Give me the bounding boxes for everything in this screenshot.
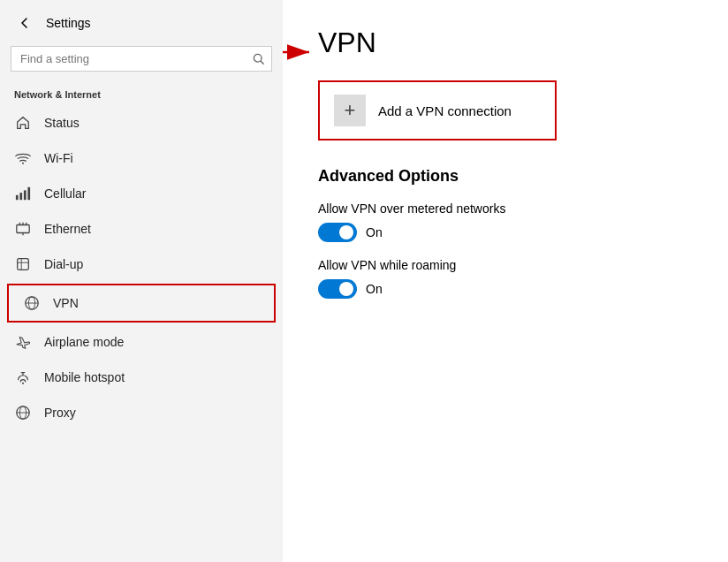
section-label: Network & Internet [0, 82, 283, 105]
toggle-metered-label: Allow VPN over metered networks [318, 201, 693, 216]
dialup-icon [14, 255, 32, 273]
svg-rect-3 [16, 195, 19, 200]
sidebar-item-hotspot[interactable]: Mobile hotspot [0, 360, 283, 395]
sidebar-header: Settings [0, 0, 283, 42]
home-icon [14, 114, 32, 132]
advanced-options-title: Advanced Options [318, 167, 693, 186]
svg-line-1 [261, 61, 263, 64]
vpn-icon [23, 294, 41, 312]
hotspot-icon [14, 368, 32, 386]
toggle-metered-group: On [318, 223, 693, 242]
ethernet-icon [14, 220, 32, 238]
toggle-metered-switch[interactable] [318, 223, 357, 242]
toggle-metered-state: On [366, 225, 383, 239]
add-vpn-label: Add a VPN connection [378, 103, 512, 118]
vpn-label: VPN [53, 296, 79, 310]
main-content: VPN + Add a VPN connection Advanced Opti… [283, 0, 728, 562]
sidebar-item-dialup[interactable]: Dial-up [0, 247, 283, 282]
sidebar-item-vpn[interactable]: VPN [7, 284, 276, 323]
add-vpn-button[interactable]: + Add a VPN connection [318, 80, 557, 140]
toggle-roaming-switch[interactable] [318, 279, 357, 299]
sidebar-item-cellular[interactable]: Cellular [0, 176, 283, 211]
sidebar: Settings Network & Internet Status [0, 0, 283, 562]
search-input[interactable] [11, 46, 272, 72]
toggle-metered-row: Allow VPN over metered networks On [318, 201, 693, 242]
svg-rect-7 [17, 225, 29, 233]
status-label: Status [44, 116, 80, 130]
add-vpn-plus-icon: + [334, 95, 366, 126]
hotspot-label: Mobile hotspot [44, 370, 125, 384]
toggle-roaming-group: On [318, 279, 693, 299]
wifi-icon [14, 149, 32, 167]
sidebar-item-proxy[interactable]: Proxy [0, 395, 283, 430]
airplane-label: Airplane mode [44, 335, 124, 349]
svg-rect-4 [19, 193, 22, 200]
toggle-roaming-state: On [366, 282, 383, 296]
back-button[interactable] [14, 12, 35, 34]
sidebar-item-ethernet[interactable]: Ethernet [0, 211, 283, 247]
proxy-icon [14, 404, 32, 422]
ethernet-label: Ethernet [44, 222, 91, 236]
toggle-roaming-row: Allow VPN while roaming On [318, 258, 693, 299]
search-box [11, 46, 272, 72]
svg-point-2 [22, 163, 24, 164]
settings-title: Settings [46, 16, 91, 30]
cellular-label: Cellular [44, 186, 86, 201]
page-title: VPN [318, 27, 693, 59]
toggle-roaming-label: Allow VPN while roaming [318, 258, 693, 272]
svg-point-18 [22, 383, 24, 384]
sidebar-item-wifi[interactable]: Wi-Fi [0, 140, 283, 176]
nav-list: Status Wi-Fi [0, 105, 283, 430]
svg-rect-12 [18, 259, 29, 270]
svg-rect-6 [27, 187, 30, 200]
airplane-icon [14, 333, 32, 351]
sidebar-item-status[interactable]: Status [0, 105, 283, 140]
cellular-icon [14, 185, 32, 202]
search-icon [253, 53, 265, 65]
svg-rect-5 [24, 190, 27, 200]
proxy-label: Proxy [44, 406, 76, 420]
wifi-label: Wi-Fi [44, 151, 73, 165]
sidebar-item-airplane[interactable]: Airplane mode [0, 324, 283, 360]
dialup-label: Dial-up [44, 257, 83, 271]
